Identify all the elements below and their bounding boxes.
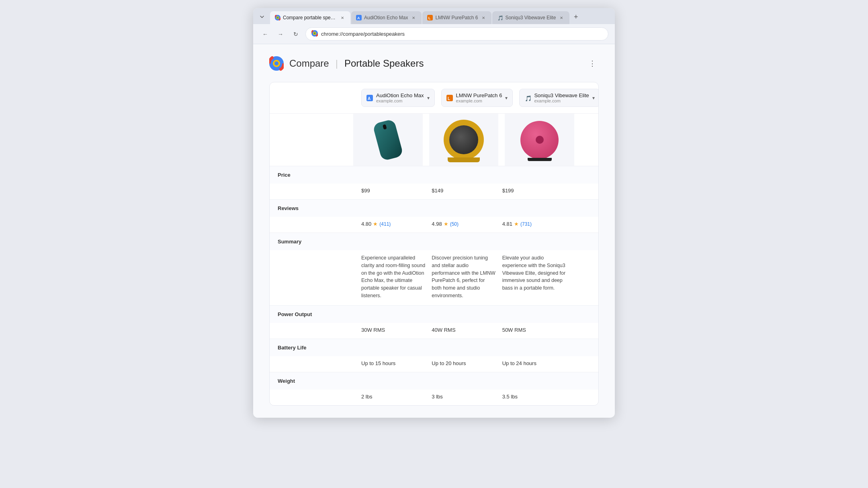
chrome-logo	[269, 56, 284, 71]
reviews-2: 4.98 ★ (50)	[428, 221, 499, 227]
weight-1: 2 lbs	[358, 394, 428, 400]
product-3-speaker-center	[536, 136, 544, 144]
tab-soniqu3-favicon: 🎵	[497, 15, 503, 20]
compare-label: Compare	[289, 58, 329, 69]
reviews-1-star: ★	[373, 221, 378, 227]
reviews-end	[569, 221, 590, 227]
page-header: Compare | Portable Speakers ⋮	[269, 56, 599, 71]
power-end	[569, 327, 590, 333]
product-1-favicon: A	[366, 95, 373, 101]
tab-lmnw[interactable]: L LMNW PurePatch 6 ✕	[422, 11, 491, 24]
power-1: 30W RMS	[358, 327, 428, 333]
product-1-domain: example.com	[376, 98, 424, 103]
tab-lmnw-title: LMNW PurePatch 6	[435, 15, 478, 20]
reload-button[interactable]: ↻	[290, 29, 301, 40]
battery-end	[569, 360, 590, 366]
summary-3: Elevate your audio experience with the S…	[499, 254, 569, 300]
product-2-selector[interactable]: L LMNW PurePatch 6 example.com ▾	[441, 89, 513, 107]
battery-row-data: Up to 15 hours Up to 20 hours Up to 24 h…	[270, 356, 598, 372]
product-1-name: AudiOtion Echo Max	[376, 92, 424, 98]
reviews-label: Reviews	[278, 205, 358, 211]
product-3-domain: example.com	[534, 98, 589, 103]
summary-end	[569, 254, 590, 300]
reviews-row: Reviews 4.80 ★ (411) 4.98 ★ (50)	[270, 199, 598, 233]
product-2-favicon: L	[446, 95, 453, 101]
product-1-info: AudiOtion Echo Max example.com	[376, 92, 424, 103]
product-1-image-cell	[353, 114, 423, 166]
price-row: Price $99 $149 $199	[270, 166, 598, 199]
back-button[interactable]: ←	[260, 29, 271, 40]
tab-lmnw-close[interactable]: ✕	[480, 14, 487, 21]
power-row-data: 30W RMS 40W RMS 50W RMS	[270, 323, 598, 339]
summary-row-data: Experience unparalleled clarity and room…	[270, 250, 598, 305]
price-row-header: Price	[270, 166, 598, 184]
product-3-selector[interactable]: 🎵 Soniqu3 Vibewave Elite example.com ▾	[519, 89, 599, 107]
reviews-2-rating: 4.98	[432, 221, 442, 227]
forward-button[interactable]: →	[275, 29, 286, 40]
tab-soniqu3-close[interactable]: ✕	[558, 14, 565, 21]
svg-point-17	[274, 61, 278, 65]
weight-spacer	[278, 394, 358, 400]
svg-point-3	[277, 17, 278, 18]
new-tab-button[interactable]: +	[570, 11, 581, 22]
tab-lmnw-favicon: L	[427, 15, 433, 20]
weight-row: Weight 2 lbs 3 lbs 3.5 lbs	[270, 372, 598, 405]
reviews-3-link[interactable]: (731)	[520, 221, 532, 227]
power-label: Power Output	[278, 311, 358, 317]
summary-2: Discover precision tuning and stellar au…	[428, 254, 499, 300]
tab-audiotion[interactable]: A AudiOtion Echo Max ✕	[351, 11, 422, 24]
power-2: 40W RMS	[428, 327, 499, 333]
tab-audiotion-close[interactable]: ✕	[410, 14, 417, 21]
product-3-image-cell	[505, 114, 574, 166]
reviews-spacer	[278, 221, 358, 227]
reviews-1-rating: 4.80	[361, 221, 371, 227]
price-1: $99	[358, 188, 428, 194]
weight-2: 3 lbs	[428, 394, 499, 400]
address-bar: ← → ↻ chrome://compare/portablespeakers	[253, 24, 615, 44]
product-1-selector[interactable]: A AudiOtion Echo Max example.com ▾	[361, 89, 435, 107]
product-1-image	[372, 118, 403, 161]
compare-container: A AudiOtion Echo Max example.com ▾ L LMN…	[269, 82, 599, 406]
reviews-row-data: 4.80 ★ (411) 4.98 ★ (50) 4.81 ★ (731)	[270, 217, 598, 233]
svg-text:🎵: 🎵	[497, 15, 503, 20]
reviews-2-star: ★	[444, 221, 448, 227]
product-2-image	[444, 120, 484, 160]
product-3-info: Soniqu3 Vibewave Elite example.com	[534, 92, 589, 103]
tab-compare-close[interactable]: ✕	[339, 14, 346, 21]
product-images-row	[270, 114, 598, 166]
product-3-chevron-icon: ▾	[592, 95, 595, 101]
url-bar[interactable]: chrome://compare/portablespeakers	[305, 27, 608, 41]
tab-audiotion-title: AudiOtion Echo Max	[364, 15, 408, 20]
product-2-chevron-icon: ▾	[505, 95, 508, 101]
price-row-data: $99 $149 $199	[270, 184, 598, 199]
page-header-left: Compare | Portable Speakers	[269, 56, 424, 71]
tab-soniqu3[interactable]: 🎵 Soniqu3 Vibewave Elite ✕	[492, 11, 569, 24]
reviews-2-link[interactable]: (50)	[450, 221, 459, 227]
summary-row-header: Summary	[270, 233, 598, 250]
power-row-header: Power Output	[270, 306, 598, 323]
reviews-1: 4.80 ★ (411)	[358, 221, 428, 227]
images-end-spacer	[577, 114, 598, 166]
battery-spacer	[278, 360, 358, 366]
product-3-name: Soniqu3 Vibewave Elite	[534, 92, 589, 98]
weight-label: Weight	[278, 378, 358, 384]
battery-row-header: Battery Life	[270, 339, 598, 356]
battery-2: Up to 20 hours	[428, 360, 499, 366]
tab-compare[interactable]: Compare portable speake... ✕	[270, 11, 350, 24]
price-end	[569, 188, 590, 194]
tab-dropdown-button[interactable]	[256, 11, 268, 22]
page-title: Portable Speakers	[344, 58, 424, 69]
power-3: 50W RMS	[499, 327, 569, 333]
power-spacer	[278, 327, 358, 333]
reviews-1-link[interactable]: (411)	[379, 221, 391, 227]
more-menu-button[interactable]: ⋮	[586, 57, 599, 70]
url-text: chrome://compare/portablespeakers	[321, 31, 405, 37]
weight-end	[569, 394, 590, 400]
page-title-divider: |	[336, 58, 338, 69]
weight-row-header: Weight	[270, 372, 598, 390]
product-2-info: LMNW PurePatch 6 example.com	[456, 92, 502, 103]
svg-text:A: A	[368, 96, 371, 101]
svg-text:🎵: 🎵	[525, 95, 531, 101]
battery-row: Battery Life Up to 15 hours Up to 20 hou…	[270, 339, 598, 372]
product-2-name: LMNW PurePatch 6	[456, 92, 502, 98]
